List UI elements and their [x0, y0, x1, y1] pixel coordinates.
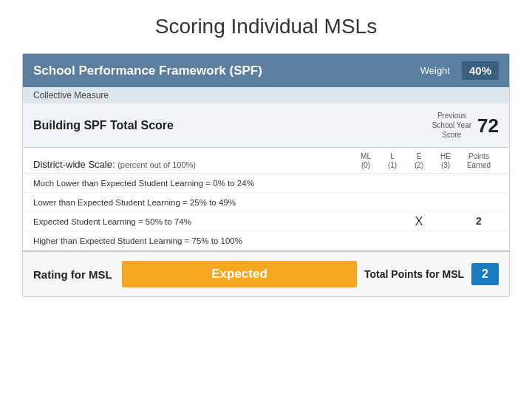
cell-2-ml — [352, 215, 379, 228]
total-points-label: Total Points for MSL — [364, 268, 464, 280]
cell-2-points: 2 — [459, 215, 499, 228]
scale-row-2: Expected Student Learning = 50% to 74% X… — [23, 212, 509, 231]
column-headers: ML (0) L (1) E (2) HE (3) Points Earned — [352, 152, 499, 170]
scale-header-label: District-wide Scale: (percent out of 100… — [33, 159, 352, 170]
cell-2-he — [432, 215, 459, 228]
scale-label-paren: (percent out of 100%) — [117, 160, 196, 169]
scale-row-0: Much Lower than Expected Student Learnin… — [23, 174, 509, 193]
prev-school-year-line3: Score — [442, 130, 461, 140]
col-header-e: E (2) — [406, 152, 432, 170]
rating-label: Rating for MSL — [33, 268, 115, 281]
weight-label: Weight — [420, 65, 450, 76]
scale-row-3-label: Higher than Expected Student Learning = … — [33, 235, 352, 247]
scale-row-0-label: Much Lower than Expected Student Learnin… — [33, 177, 352, 189]
col-header-ml: ML (0) — [352, 152, 379, 170]
scale-rows: Much Lower than Expected Student Learnin… — [23, 174, 509, 250]
col-header-points: Points Earned — [459, 152, 499, 170]
prev-school-year-line1: Previous — [437, 111, 466, 120]
table-header-title: School Performance Framework (SPF) — [33, 64, 420, 78]
spf-table: School Performance Framework (SPF) Weigh… — [22, 53, 510, 297]
col-header-l: L (1) — [379, 152, 406, 170]
total-points-value: 2 — [471, 263, 499, 285]
scale-row-3: Higher than Expected Student Learning = … — [23, 231, 509, 250]
table-header: School Performance Framework (SPF) Weigh… — [23, 54, 509, 87]
prev-score-value: 72 — [477, 115, 499, 137]
scale-label-text: District-wide Scale: — [33, 159, 115, 170]
rating-value-box: Expected — [122, 261, 357, 287]
page-title: Scoring Individual MSLs — [155, 15, 377, 38]
prev-school-year-block: Previous School Year Score — [426, 103, 477, 147]
building-spf-label: Building SPF Total Score — [33, 109, 426, 143]
building-spf-row: Building SPF Total Score Previous School… — [23, 103, 509, 148]
weight-value: 40% — [462, 61, 499, 80]
scale-row-2-label: Expected Student Learning = 50% to 74% — [33, 216, 352, 228]
collective-measure-row: Collective Measure — [23, 87, 509, 103]
col-header-he: HE (3) — [432, 152, 459, 170]
prev-school-year-line2: School Year — [432, 120, 471, 130]
rating-row: Rating for MSL Expected Total Points for… — [23, 250, 509, 296]
scale-header-row: District-wide Scale: (percent out of 100… — [23, 148, 509, 174]
scale-row-2-cells: X 2 — [352, 215, 499, 228]
cell-2-e: X — [406, 215, 432, 228]
scale-row-1: Lower than Expected Student Learning = 2… — [23, 193, 509, 212]
cell-2-l — [379, 215, 406, 228]
collective-measure-label: Collective Measure — [33, 90, 109, 100]
scale-row-1-label: Lower than Expected Student Learning = 2… — [33, 197, 352, 208]
